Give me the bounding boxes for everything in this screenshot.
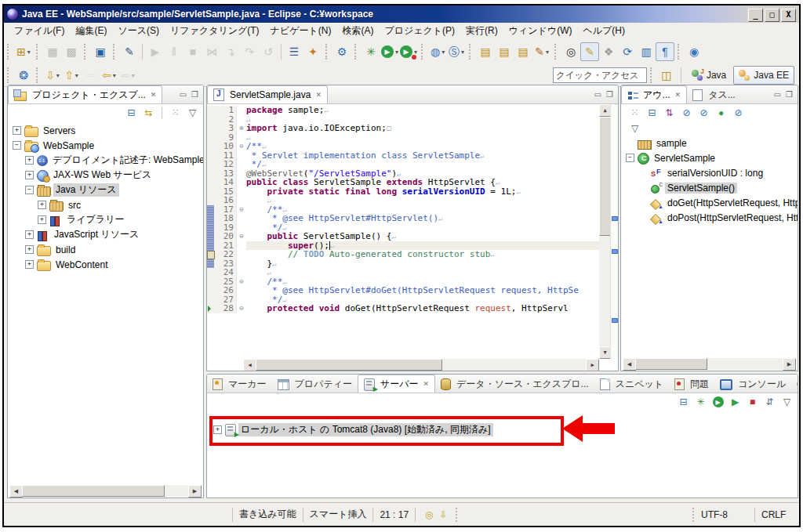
- tree-item[interactable]: +ライブラリー: [8, 212, 203, 227]
- editor-vscrollbar[interactable]: ▲ ▼: [599, 104, 611, 359]
- tree-item[interactable]: −serialVersionUID : long: [621, 165, 798, 180]
- tab-outline[interactable]: アウ... ✕: [621, 85, 687, 103]
- export-button[interactable]: ▤: [495, 42, 514, 61]
- tree-item[interactable]: +JAX-WS Web サービス: [8, 168, 203, 183]
- fold-toggle-icon[interactable]: ⊖: [236, 232, 246, 241]
- hide-local-types-button[interactable]: ⊘: [731, 106, 746, 120]
- focus-button[interactable]: ⁙: [168, 106, 183, 120]
- fold-toggle-icon[interactable]: ⊖: [236, 205, 246, 215]
- tree-item[interactable]: −ServletSample: [621, 150, 798, 165]
- sync-editor-button[interactable]: ⟳: [618, 42, 637, 61]
- link-with-editor-button[interactable]: ⇆: [141, 106, 156, 120]
- collapse-all-button[interactable]: ⊟: [645, 106, 659, 120]
- title-bar[interactable]: Java EE - WebSample/src/sample/ServletSa…: [4, 5, 799, 23]
- menu-ウィンドウ[interactable]: ウィンドウ(W): [503, 23, 578, 39]
- open-resource-button[interactable]: ▤: [514, 42, 532, 61]
- code-editor[interactable]: 1package sample;↵2↵3⊕import java.io.IOEx…: [207, 106, 599, 359]
- project-explorer-hscrollbar[interactable]: ◀ ▶: [9, 485, 202, 497]
- menu-プロジェクト[interactable]: プロジェクト(P): [379, 23, 460, 39]
- fold-toggle-icon[interactable]: ⊖: [236, 277, 246, 287]
- maximize-view-icon[interactable]: ❒: [786, 90, 793, 99]
- expand-toggle[interactable]: +: [25, 260, 34, 269]
- fold-toggle-icon[interactable]: ⊕: [236, 124, 246, 133]
- skip-breakpoints-button[interactable]: ☰: [285, 42, 303, 61]
- open-perspective-button[interactable]: ◫: [657, 66, 676, 85]
- expand-toggle[interactable]: −: [626, 154, 634, 162]
- new-server-dropdown-icon[interactable]: ▾: [441, 49, 445, 56]
- build-all-button[interactable]: ⚙: [332, 42, 351, 61]
- tree-item[interactable]: −Java リソース: [8, 183, 203, 197]
- publish-server-button[interactable]: ⇵: [762, 395, 777, 409]
- tab-servers[interactable]: サーバー✕: [358, 375, 435, 393]
- sort-button[interactable]: ⇅: [662, 106, 677, 120]
- tree-item[interactable]: +JavaScript リソース: [8, 227, 203, 242]
- close-button[interactable]: X: [781, 9, 796, 22]
- menu-ヘルプ[interactable]: ヘルプ(H): [577, 23, 630, 39]
- tab-servletsample-java[interactable]: ServletSample.java ✕: [207, 85, 328, 103]
- web-service-button[interactable]: Ⓢ▾: [447, 42, 466, 61]
- overview-marker[interactable]: [612, 318, 618, 323]
- tree-item[interactable]: −WebSample: [8, 138, 203, 153]
- tree-item[interactable]: +src: [8, 197, 203, 212]
- menu-ナビゲート[interactable]: ナビゲート(N): [265, 23, 337, 39]
- close-icon[interactable]: ✕: [423, 380, 430, 388]
- new-server-button[interactable]: ◍▾: [428, 42, 447, 61]
- tree-item[interactable]: +build: [8, 242, 203, 257]
- tab-console[interactable]: コンソール: [714, 375, 791, 393]
- run-button[interactable]: ▶▾: [380, 42, 399, 61]
- tree-item[interactable]: −ServletSample(): [621, 180, 798, 195]
- outline-hscrollbar[interactable]: ◀ ▶: [623, 358, 796, 370]
- expand-toggle[interactable]: +: [38, 201, 46, 209]
- expand-toggle[interactable]: +: [25, 171, 34, 179]
- close-icon[interactable]: ✕: [315, 91, 322, 99]
- minimize-view-icon[interactable]: ▭: [796, 379, 798, 388]
- menu-検索[interactable]: 検索(A): [336, 23, 379, 39]
- checkin-button[interactable]: ⇧▾: [62, 66, 81, 85]
- forward-dropdown-icon[interactable]: ▾: [132, 72, 135, 79]
- search-occurrence-icon[interactable]: ◎: [425, 509, 433, 520]
- checkout-dropdown-icon[interactable]: ▾: [56, 72, 60, 79]
- new-wizard-dropdown-icon[interactable]: ▾: [27, 49, 31, 56]
- annotate-button[interactable]: ✎▾: [532, 42, 551, 61]
- open-web-browser-button[interactable]: ▣: [91, 42, 110, 61]
- start-server-button[interactable]: ▶: [710, 395, 725, 409]
- quick-access-input[interactable]: [553, 67, 647, 83]
- minimize-button[interactable]: _: [748, 9, 763, 22]
- tab-task-list[interactable]: タス...: [687, 86, 741, 103]
- maximize-view-icon[interactable]: ❒: [191, 90, 198, 99]
- view-menu-button[interactable]: ▽: [185, 106, 200, 120]
- profile-server-button[interactable]: ▶: [728, 395, 743, 409]
- fold-toggle-icon[interactable]: ⊖: [236, 142, 246, 151]
- perspective-java-ee-button[interactable]: Java EE: [733, 66, 794, 85]
- tab-project-explorer[interactable]: プロジェクト・エクスプ... ✕: [8, 85, 162, 103]
- minimize-view-icon[interactable]: ▭: [594, 90, 601, 99]
- expand-toggle[interactable]: +: [13, 126, 21, 135]
- debug-button[interactable]: ✳: [362, 42, 380, 61]
- focus-button[interactable]: ⁙: [627, 106, 642, 120]
- show-public-button[interactable]: ●: [714, 106, 729, 120]
- collapse-all-button[interactable]: ⊟: [124, 106, 139, 120]
- tree-item[interactable]: +デプロイメント記述子: WebSample: [8, 153, 203, 168]
- menu-リファクタリング[interactable]: リファクタリング(T): [165, 23, 265, 39]
- tab-problems[interactable]: 問題: [669, 375, 714, 393]
- tree-item[interactable]: +WebContent: [8, 257, 203, 272]
- run-dropdown-icon[interactable]: ▾: [395, 49, 398, 56]
- expand-toggle[interactable]: +: [38, 215, 46, 224]
- fold-toggle-icon[interactable]: ⊖: [236, 304, 246, 313]
- expand-toggle[interactable]: +: [25, 230, 34, 239]
- web-service-dropdown-icon[interactable]: ▾: [461, 49, 464, 56]
- web-service-explorer-button[interactable]: ❂: [14, 66, 33, 85]
- build-auto-button[interactable]: ❖: [599, 42, 618, 61]
- overview-ruler[interactable]: [610, 104, 618, 359]
- tree-item[interactable]: −sample: [621, 136, 798, 150]
- annotate-dropdown-icon[interactable]: ▾: [546, 49, 549, 56]
- expand-toggle[interactable]: +: [25, 156, 34, 165]
- tab-data-source-explorer[interactable]: データ・ソース・エクスプロ...: [435, 375, 594, 393]
- show-whitespace-button[interactable]: ¶: [656, 42, 674, 61]
- maximize-button[interactable]: □: [765, 9, 779, 22]
- tree-item[interactable]: +Servers: [8, 123, 203, 138]
- block-selection-button[interactable]: ▥: [637, 42, 656, 61]
- minimize-view-icon[interactable]: ▭: [180, 90, 187, 99]
- checkin-dropdown-icon[interactable]: ▾: [75, 72, 78, 79]
- pin-editor-button[interactable]: ✎: [120, 42, 139, 61]
